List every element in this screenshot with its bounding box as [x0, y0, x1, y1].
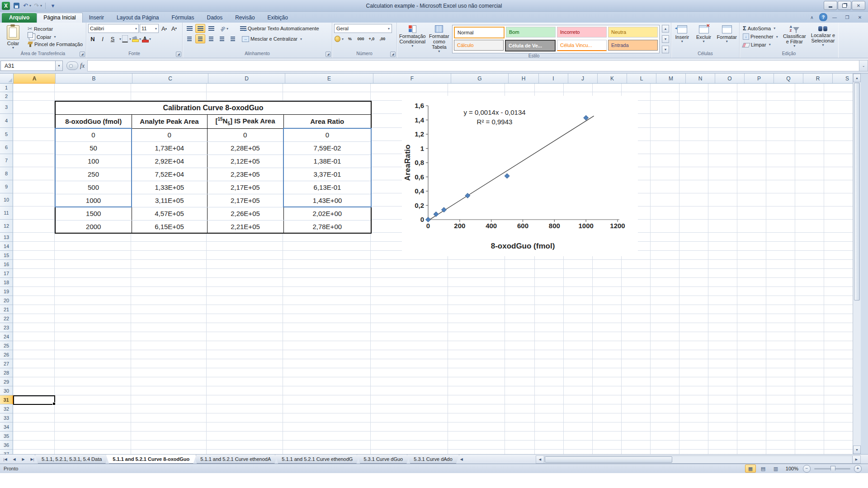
find-select-button[interactable]: Localizar e Selecionar▾	[810, 24, 836, 51]
cell[interactable]	[283, 233, 371, 242]
cell[interactable]	[535, 296, 564, 305]
help-icon[interactable]: ?	[819, 13, 827, 21]
cell[interactable]	[679, 84, 708, 92]
cell[interactable]	[371, 432, 448, 441]
cell[interactable]	[651, 193, 679, 206]
table-cell[interactable]: 1,73E+04	[132, 141, 207, 155]
cell[interactable]	[766, 141, 795, 154]
cell[interactable]	[564, 296, 593, 305]
cell[interactable]	[283, 251, 371, 260]
column-header-K[interactable]: K	[598, 74, 627, 83]
cell[interactable]	[651, 323, 679, 332]
row-header-8[interactable]: 8	[0, 167, 13, 180]
cell[interactable]	[283, 242, 371, 251]
cell[interactable]	[55, 242, 131, 251]
cell[interactable]	[131, 323, 207, 332]
cell[interactable]	[795, 287, 824, 296]
cell[interactable]	[505, 314, 535, 323]
cell[interactable]	[766, 341, 795, 350]
row-header-24[interactable]: 24	[0, 332, 13, 341]
cell-style-entrada[interactable]: Entrada	[608, 40, 658, 51]
cell[interactable]	[795, 395, 824, 404]
cell[interactable]	[55, 251, 131, 260]
cell[interactable]	[55, 404, 131, 413]
cell[interactable]	[207, 350, 283, 359]
cell[interactable]	[535, 422, 564, 432]
tab-dados[interactable]: Dados	[201, 13, 229, 23]
cell[interactable]	[564, 314, 593, 323]
cell[interactable]	[207, 377, 283, 386]
cell[interactable]	[505, 377, 535, 386]
cell[interactable]	[448, 368, 505, 377]
row-header-2[interactable]: 2	[0, 92, 13, 101]
select-all-corner[interactable]	[0, 74, 14, 83]
cell[interactable]	[535, 413, 564, 422]
cell[interactable]	[13, 413, 55, 422]
cell[interactable]	[448, 359, 505, 368]
cell[interactable]	[679, 413, 708, 422]
cell[interactable]	[651, 167, 679, 180]
cell[interactable]	[824, 220, 853, 233]
cell[interactable]	[824, 154, 853, 167]
cell[interactable]	[651, 206, 679, 220]
cell[interactable]	[131, 350, 207, 359]
cell[interactable]	[708, 368, 737, 377]
row-header-11[interactable]: 11	[0, 206, 13, 220]
zoom-level[interactable]: 100%	[786, 466, 798, 471]
cell[interactable]	[708, 269, 737, 278]
cell[interactable]	[283, 296, 371, 305]
table-cell[interactable]: 50	[55, 141, 132, 155]
row-header-32[interactable]: 32	[0, 404, 13, 413]
cell[interactable]	[505, 269, 535, 278]
cell[interactable]	[283, 441, 371, 450]
table-cell[interactable]: 6,15E+05	[132, 220, 207, 233]
cell[interactable]	[13, 386, 55, 395]
cell[interactable]	[593, 260, 622, 269]
cell[interactable]	[766, 368, 795, 377]
cell[interactable]	[679, 128, 708, 141]
cell[interactable]	[766, 101, 795, 114]
cell[interactable]	[824, 432, 853, 441]
cell[interactable]	[505, 323, 535, 332]
cell[interactable]	[737, 220, 766, 233]
row-header-23[interactable]: 23	[0, 323, 13, 332]
cell[interactable]	[708, 233, 737, 242]
row-header-17[interactable]: 17	[0, 269, 13, 278]
cell[interactable]	[13, 323, 55, 332]
table-cell[interactable]: 2,26E+05	[207, 207, 283, 220]
cell[interactable]	[766, 314, 795, 323]
cell[interactable]	[737, 260, 766, 269]
row-header-12[interactable]: 12	[0, 220, 13, 233]
row-header-15[interactable]: 15	[0, 251, 13, 260]
cell[interactable]	[564, 386, 593, 395]
name-box[interactable]: A31	[0, 61, 56, 71]
cell[interactable]	[505, 341, 535, 350]
tab-revis-o[interactable]: Revisão	[229, 13, 261, 23]
cell[interactable]	[651, 413, 679, 422]
cell[interactable]	[564, 287, 593, 296]
table-cell[interactable]: 2,28E+05	[207, 141, 283, 155]
cell[interactable]	[207, 305, 283, 314]
table-cell[interactable]: 4,57E+05	[132, 207, 207, 220]
cell[interactable]	[535, 260, 564, 269]
cell[interactable]	[651, 114, 679, 128]
cell[interactable]	[824, 141, 853, 154]
cell[interactable]	[795, 422, 824, 432]
cell[interactable]	[708, 386, 737, 395]
cell[interactable]	[824, 251, 853, 260]
cell[interactable]	[13, 404, 55, 413]
cell[interactable]	[207, 314, 283, 323]
cell[interactable]	[505, 441, 535, 450]
cell[interactable]	[708, 242, 737, 251]
insert-cells-button[interactable]: Inserir▾	[673, 24, 691, 51]
cell[interactable]	[448, 305, 505, 314]
row-header-26[interactable]: 26	[0, 350, 13, 359]
formula-bar-handle[interactable]	[66, 61, 78, 70]
cell[interactable]	[795, 84, 824, 92]
cell[interactable]	[622, 368, 651, 377]
cell[interactable]	[283, 377, 371, 386]
cell[interactable]	[766, 413, 795, 422]
cell[interactable]	[824, 260, 853, 269]
cell[interactable]	[448, 287, 505, 296]
cell[interactable]	[766, 193, 795, 206]
